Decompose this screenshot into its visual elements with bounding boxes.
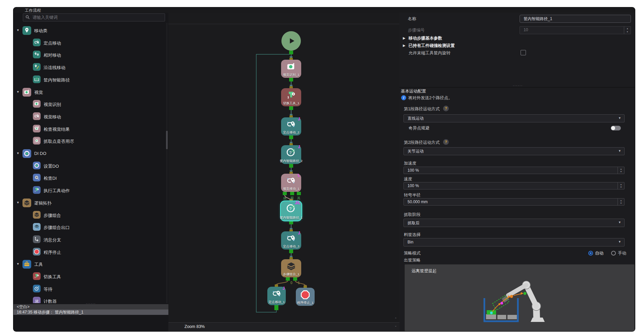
expand-arrow-icon[interactable]: ▼: [16, 152, 19, 155]
expand-arrow-icon[interactable]: ▼: [16, 29, 19, 32]
expand-arrow-icon[interactable]: ▼: [16, 90, 19, 94]
segment1-dropdown[interactable]: 直线运动 ▼: [404, 114, 625, 122]
sidebar-item[interactable]: 程序停止: [13, 248, 166, 257]
flow-node[interactable]: 视觉移动_1L: [281, 174, 301, 192]
allow-rotate-label: 允许末端工具筐内旋转: [409, 50, 450, 56]
blend-radius-input[interactable]: 50.000 mm ▲▼: [404, 198, 625, 206]
singularity-toggle[interactable]: [611, 126, 621, 130]
sidebar-item[interactable]: 执行工具动作: [13, 186, 166, 195]
grasp-stage-dropdown[interactable]: 抓取后 ▼: [404, 219, 625, 227]
sidebar-item[interactable]: DI检查DI: [13, 174, 166, 183]
section-move-params[interactable]: 移动步骤基本参数: [409, 36, 442, 41]
bin-select-dropdown[interactable]: Bin ▼: [404, 238, 625, 246]
search-icon: [25, 14, 31, 20]
blend-radius-spinner[interactable]: ▲▼: [618, 199, 624, 205]
scroll-down-icon[interactable]: ⌄: [394, 324, 397, 327]
frame-dots-icon: [33, 137, 41, 145]
segment2-dropdown[interactable]: 关节运动 ▼: [404, 147, 625, 155]
scroll-up-icon[interactable]: ⌃: [394, 317, 397, 321]
collapse-arrow-icon[interactable]: ▶: [403, 36, 406, 40]
sidebar-item[interactable]: 视觉识别: [13, 100, 166, 109]
camera-icon: [22, 88, 31, 97]
svg-text:?: ?: [289, 151, 292, 155]
step-number-input[interactable]: 10 ▲▼: [520, 26, 631, 34]
sidebar-item[interactable]: 视觉移动: [13, 112, 166, 121]
sidebar-item[interactable]: 筐内智能路径: [13, 75, 166, 85]
section-collision[interactable]: 已持有工件碰撞检测设置: [409, 43, 455, 49]
sidebar-item-label: 抓取点是否用尽: [44, 138, 74, 145]
flow-node[interactable]: 切换工具_1: [281, 88, 301, 106]
title-bar[interactable]: 工作流程: [13, 7, 635, 13]
sidebar-item-label: 逻辑拓扑: [34, 200, 52, 206]
sidebar-item-label: DI DO: [34, 151, 46, 156]
flow-node[interactable]: ?筐内智能路径_1J/L: [281, 201, 302, 221]
blank-row[interactable]: <空白>: [13, 304, 168, 310]
strategy-mode-label: 策略模式: [404, 250, 421, 256]
sidebar-group[interactable]: ▼视觉: [13, 88, 166, 97]
flow-node[interactable]: 程序停止_1: [296, 288, 315, 306]
gripper-icon: [33, 186, 41, 194]
acceleration-spinner[interactable]: ▲▼: [618, 167, 624, 174]
sidebar-item[interactable]: 步骤组合出口: [13, 223, 166, 232]
node-label: 筐内智能路径_1: [280, 216, 303, 220]
sidebar-item-label: 消息分支: [44, 237, 61, 243]
sidebar-item[interactable]: 消息分支: [13, 235, 166, 244]
di-check-icon: DI: [33, 174, 41, 181]
node-label: 筐内智能路径_2: [280, 159, 303, 163]
sidebar-group[interactable]: ▼移动类: [13, 26, 166, 35]
exit-strategy-label: 出筐策略: [404, 258, 421, 263]
manual-radio-label[interactable]: 手动: [618, 250, 626, 256]
exit-strategy-panel[interactable]: 远离筐壁提起: [405, 264, 635, 331]
speed-spinner[interactable]: ▲▼: [618, 182, 624, 189]
name-input[interactable]: 筐内智能路径_1: [520, 15, 631, 23]
expand-arrow-icon[interactable]: ▼: [16, 262, 19, 266]
sidebar-item[interactable]: 切换工具: [13, 272, 166, 281]
sidebar-item[interactable]: 抓取点是否用尽: [13, 137, 166, 146]
sidebar-item-label: 步骤组合出口: [44, 225, 70, 231]
pin-loop-icon: [271, 288, 282, 301]
bin-select-label: 料筐选择: [404, 232, 421, 238]
sidebar-item[interactable]: 步骤组合: [13, 211, 166, 220]
canvas-bottom-bar: Zoom 83%: [168, 322, 399, 331]
search-box[interactable]: [23, 13, 165, 21]
panel-splitter-handle[interactable]: ······: [513, 84, 523, 87]
sidebar-item[interactable]: 定点移动: [13, 39, 166, 48]
collapse-arrow-icon[interactable]: ▶: [403, 44, 406, 47]
sidebar-group[interactable]: ▼DI DO: [13, 149, 166, 158]
flow-node[interactable]: 步骤组合_1: [281, 259, 301, 277]
start-node[interactable]: [281, 31, 301, 51]
flow-node[interactable]: 视觉识别_1: [281, 60, 301, 78]
auto-radio-label[interactable]: 自动: [595, 250, 603, 256]
node-badge: J/L: [295, 201, 301, 205]
node-badge: J: [298, 231, 300, 235]
auto-radio[interactable]: [588, 251, 593, 256]
allow-rotate-checkbox[interactable]: [521, 50, 526, 55]
sidebar-item[interactable]: 等待: [13, 285, 166, 294]
expand-arrow-icon[interactable]: ▼: [16, 201, 19, 204]
flow-node[interactable]: 定点移动_2J: [281, 117, 301, 135]
step-number-spinner[interactable]: ▲▼: [624, 26, 631, 34]
help-icon[interactable]: ?: [443, 106, 449, 111]
tool-switch-icon: [33, 272, 41, 280]
sidebar-item[interactable]: 沿连线移动: [13, 63, 166, 72]
step-inspector-panel: 名称 筐内智能路径_1 步骤编号 10 ▲▼ ▶ 移动步骤基本参数 ▶ 已持有工…: [399, 13, 635, 331]
sidebar-item-label: 设置DO: [44, 163, 59, 169]
pin-line-icon: [33, 63, 41, 71]
ring-icon: [22, 149, 31, 158]
sidebar-group[interactable]: ▼工具: [13, 260, 166, 269]
sidebar-item[interactable]: 相对移动: [13, 51, 166, 60]
node-label: 定点移动_1: [268, 300, 285, 304]
sidebar-scrollbar[interactable]: [166, 23, 168, 303]
flow-node[interactable]: 定点移动_1J: [267, 287, 286, 305]
search-input[interactable]: [32, 14, 161, 21]
help-icon[interactable]: ?: [443, 139, 449, 145]
sidebar-item[interactable]: 设置DO: [13, 162, 166, 171]
acceleration-input[interactable]: 100 % ▲▼: [404, 167, 625, 174]
flow-node[interactable]: ?筐内智能路径_2J: [281, 145, 301, 164]
manual-radio[interactable]: [611, 251, 616, 256]
flow-node[interactable]: 定点移动_3J: [281, 231, 301, 249]
sidebar-group[interactable]: ▼逻辑拓扑: [13, 199, 166, 208]
sidebar-item[interactable]: 检查视觉结果: [13, 125, 166, 134]
sidebar-item-label: 检查视觉结果: [44, 126, 70, 132]
speed-input[interactable]: 100 % ▲▼: [404, 182, 625, 189]
